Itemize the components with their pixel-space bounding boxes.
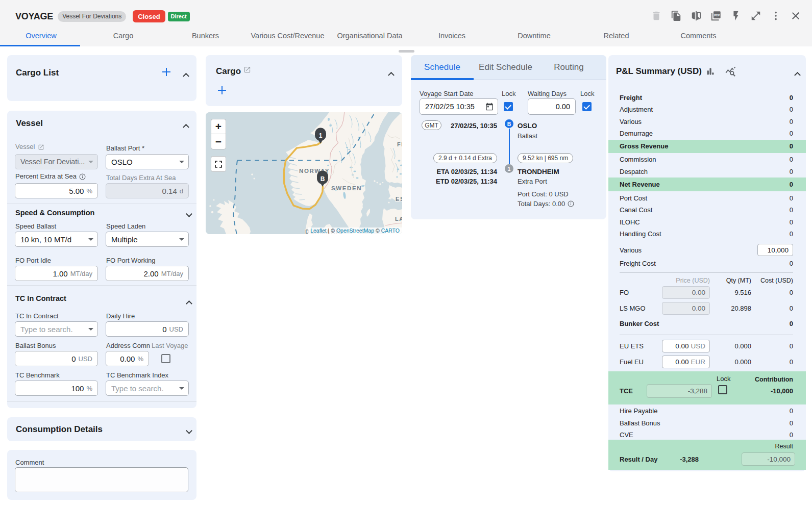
- voyage-start-date-input[interactable]: 27/02/25 10:35: [420, 98, 498, 115]
- tab-routing[interactable]: Routing: [537, 62, 600, 72]
- cargo-external-link-icon[interactable]: [243, 66, 251, 75]
- tab-downtime[interactable]: Downtime: [493, 28, 575, 46]
- collapse-tc-section-button[interactable]: [187, 297, 191, 307]
- pnl-row-ilohc: ILOHC0: [608, 216, 806, 229]
- vessel-card-title: Vessel: [16, 118, 43, 129]
- calendar-icon[interactable]: [485, 103, 494, 111]
- active-tab-underline: [0, 45, 80, 47]
- export-pdf-icon[interactable]: PDF: [710, 10, 722, 22]
- vessel-ballast-bonus-value: 0: [71, 355, 76, 363]
- stop2-total-days: Total Days: 0.00: [518, 200, 565, 208]
- tc-in-contract-select[interactable]: Type to search.: [15, 321, 98, 337]
- pnl-analytics-icon[interactable]: [725, 66, 736, 79]
- last-voyage-checkbox[interactable]: [161, 354, 170, 363]
- percent-extra-info-icon[interactable]: [79, 173, 86, 180]
- quick-actions-bolt-icon[interactable]: [730, 10, 742, 22]
- tce-lock-checkbox[interactable]: [718, 385, 727, 394]
- pnl-row-lsmgo: LS MGO 0.00 20.898 0: [608, 300, 806, 316]
- ballast-port-select[interactable]: OSLO: [106, 154, 189, 169]
- schedule-active-tab-underline: [411, 78, 474, 80]
- voyage-name-chip: Vessel For Deviations: [58, 11, 126, 22]
- voyage-start-date-label: Voyage Start Date: [420, 90, 474, 97]
- eu-ets-price-input[interactable]: 0.00USD: [662, 340, 710, 352]
- stop1-type: Ballast: [518, 132, 537, 140]
- pnl-various-input[interactable]: 10,000: [757, 244, 793, 256]
- tab-related[interactable]: Related: [575, 28, 657, 46]
- vessel-fo-port-working-unit: MT/day: [161, 270, 183, 277]
- delete-icon[interactable]: [650, 10, 662, 22]
- speed-ballast-select[interactable]: 10 kn, 10 MT/d: [15, 232, 98, 247]
- ballast-bonus-label: Ballast Bonus: [15, 342, 56, 349]
- tab-various-cost-revenue[interactable]: Various Cost/Revenue: [247, 28, 329, 46]
- map-fullscreen-button[interactable]: [211, 156, 226, 172]
- total-days-info-icon[interactable]: [568, 200, 574, 209]
- tab-organisational-data[interactable]: Organisational Data: [329, 28, 411, 46]
- more-menu-icon[interactable]: [770, 10, 782, 22]
- tab-overview[interactable]: Overview: [0, 28, 82, 46]
- stop2-port-cost: Port Cost: 0 USD: [518, 190, 569, 198]
- collapse-cargo-list-button[interactable]: [184, 70, 188, 79]
- pnl-bar-chart-icon[interactable]: [705, 66, 715, 78]
- vessel-external-link-icon[interactable]: [38, 143, 44, 150]
- address-comn-input[interactable]: 0.00%: [106, 351, 149, 366]
- vessel-select[interactable]: Vessel For Deviati...: [15, 154, 98, 169]
- daily-hire-input[interactable]: 0USD: [106, 321, 189, 337]
- ballast-bonus-input[interactable]: 0USD: [15, 351, 98, 366]
- map-marker-1: 1: [319, 132, 323, 139]
- vessel-tc-in-contract-placeholder: Type to search.: [20, 325, 85, 334]
- pnl-rows-6-value: 0: [790, 168, 793, 175]
- map-zoom-out-button[interactable]: −: [211, 134, 226, 149]
- eta-text: ETA 02/03/25, 11:34: [436, 168, 497, 175]
- tab-edit-schedule[interactable]: Edit Schedule: [474, 62, 537, 72]
- pnl-eu-ets-unit: USD: [691, 342, 705, 350]
- page-title: VOYAGE: [15, 11, 53, 22]
- tc-benchmark-index-select[interactable]: Type to search.: [106, 381, 189, 396]
- pnl-eu-ets-label: EU ETS: [620, 342, 644, 350]
- pnl-rows-7-label: Net Revenue: [620, 181, 660, 188]
- comment-card: Comment: [7, 450, 196, 500]
- speed-laden-select[interactable]: Multiple: [106, 232, 189, 247]
- tc-benchmark-input[interactable]: 100%: [15, 381, 98, 396]
- flip-book-icon[interactable]: [690, 10, 702, 22]
- contribution-label: Contribution: [755, 376, 793, 383]
- result-per-day-label: Result / Day: [620, 456, 657, 463]
- pnl-rows-4-value: 0: [790, 142, 793, 150]
- expand-icon[interactable]: [750, 10, 762, 22]
- map-zoom-in-button[interactable]: +: [211, 119, 226, 134]
- lock-start-checkbox[interactable]: [504, 102, 513, 111]
- osm-link[interactable]: OpenStreetMap: [336, 227, 374, 234]
- status-badge-closed: Closed: [133, 10, 165, 22]
- collapse-pnl-button[interactable]: [795, 69, 800, 78]
- carto-link[interactable]: CARTO: [381, 227, 400, 234]
- fo-port-idle-input[interactable]: 1.00MT/day: [15, 266, 98, 281]
- collapse-vessel-button[interactable]: [184, 121, 188, 130]
- pnl-freight-cost-label: Freight Cost: [620, 260, 656, 267]
- route-map[interactable]: NORWAY SWEDEN DENMARK FI ES LAT 1 B + − …: [206, 112, 402, 234]
- tab-invoices[interactable]: Invoices: [411, 28, 493, 46]
- copy-icon[interactable]: [670, 10, 682, 22]
- leaflet-link[interactable]: Leaflet: [310, 227, 327, 234]
- vessel-daily-hire-unit: USD: [169, 325, 183, 333]
- vessel-field-label: Vessel: [15, 143, 35, 150]
- vessel-fo-port-working-value: 2.00: [143, 269, 158, 278]
- tab-bunkers[interactable]: Bunkers: [164, 28, 247, 46]
- percent-extra-input[interactable]: 5.00%: [15, 183, 98, 198]
- comment-textarea[interactable]: [15, 467, 188, 492]
- lock-waiting-checkbox[interactable]: [582, 102, 592, 111]
- collapse-speed-section-button[interactable]: [187, 209, 191, 218]
- collapse-cargo-panel-button[interactable]: [389, 69, 393, 78]
- fuel-eu-price-input[interactable]: 0.00EUR: [662, 356, 710, 368]
- waiting-days-input[interactable]: 0.00: [528, 98, 576, 115]
- pane-drag-handle[interactable]: [399, 50, 414, 53]
- tab-comments[interactable]: Comments: [657, 28, 740, 46]
- map-label-sweden: SWEDEN: [331, 185, 362, 191]
- add-cargo-list-button[interactable]: [162, 67, 171, 79]
- close-icon[interactable]: [790, 10, 802, 22]
- collapse-consumption-button[interactable]: [187, 426, 191, 435]
- tab-cargo[interactable]: Cargo: [82, 28, 164, 46]
- tab-schedule[interactable]: Schedule: [411, 62, 474, 72]
- add-cargo-button[interactable]: [217, 86, 227, 97]
- fo-port-idle-label: FO Port Idle: [15, 257, 51, 264]
- fo-port-working-input[interactable]: 2.00MT/day: [106, 266, 189, 281]
- pnl-row-handling-cost: Handling Cost0: [608, 228, 806, 240]
